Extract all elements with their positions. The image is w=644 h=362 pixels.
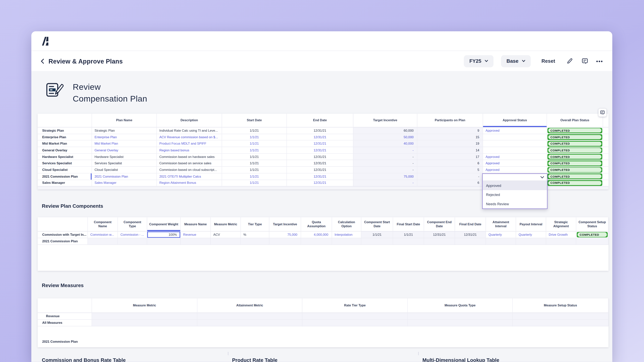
cell[interactable]: COMPLETED — [547, 180, 603, 187]
cell[interactable] — [211, 238, 241, 245]
cell[interactable]: COMPLETED — [547, 127, 603, 134]
cell[interactable] — [546, 238, 576, 245]
cell[interactable]: 4,000,000 — [301, 232, 332, 238]
scroll-gutter[interactable] — [603, 180, 608, 187]
row-label[interactable]: Mid Market Plan — [38, 141, 92, 147]
cell[interactable] — [361, 238, 393, 245]
cell[interactable]: 1/1/21 — [222, 180, 287, 187]
grid-comment-icon[interactable] — [598, 109, 606, 117]
row-label[interactable]: Sales Manager — [38, 180, 92, 187]
cell[interactable]: 1/1/21 — [222, 160, 287, 167]
cell[interactable]: 12/31/21 — [287, 167, 354, 173]
scroll-gutter[interactable] — [603, 141, 608, 147]
cell[interactable]: Strategic Plan — [92, 127, 157, 134]
scroll-gutter[interactable] — [603, 173, 608, 180]
cell[interactable]: 9 — [417, 127, 483, 134]
cell[interactable]: Commission based on hardware sales — [157, 154, 222, 160]
cell[interactable]: Commission w... — [88, 232, 118, 238]
cell[interactable]: COMPLETED — [576, 232, 609, 238]
cell[interactable]: Commission based on service sales — [157, 160, 222, 167]
cell[interactable]: 1/1/21 — [222, 173, 287, 180]
cell[interactable]: Mid Market Plan — [92, 141, 157, 147]
cell[interactable]: General Overlay — [92, 147, 157, 154]
cell[interactable]: Hardware Specialist — [92, 154, 157, 160]
row-label[interactable]: Enterprise Plan — [38, 134, 92, 141]
cell[interactable]: Commission - ... — [118, 232, 147, 238]
scroll-gutter[interactable] — [603, 167, 608, 173]
cell[interactable] — [92, 313, 197, 320]
cell[interactable]: Region Attainment Bonus — [157, 180, 222, 187]
cell[interactable]: - — [417, 173, 483, 180]
cell[interactable]: 12/31/21 — [287, 180, 354, 187]
row-label[interactable]: 2021 Commission Plan — [38, 173, 92, 180]
cell[interactable]: 12/31/21 — [424, 232, 455, 238]
cell[interactable]: Enterprise Plan — [92, 134, 157, 141]
dropdown-option-needs-review[interactable]: Needs Review — [483, 199, 547, 209]
cell[interactable]: Approved — [483, 127, 547, 134]
cell[interactable]: 1/1/21 — [222, 167, 287, 173]
cell[interactable]: Revenue — [181, 232, 211, 238]
cell[interactable]: 1/1/21 — [222, 134, 287, 141]
cell[interactable]: COMPLETED — [547, 134, 603, 141]
cell[interactable]: 50,000 — [354, 134, 417, 141]
cell[interactable] — [483, 141, 547, 147]
cell[interactable]: 6 — [417, 160, 483, 167]
cell[interactable]: 60,000 — [354, 127, 417, 134]
cell[interactable]: Sales Manager — [92, 180, 157, 187]
cell[interactable]: % — [241, 232, 269, 238]
edit-pencil-icon[interactable] — [566, 57, 574, 65]
cell[interactable] — [483, 147, 547, 154]
cell[interactable]: 6 — [417, 180, 483, 187]
cell[interactable]: 12/31/21 — [287, 173, 354, 180]
cell[interactable]: 1/1/21 — [222, 147, 287, 154]
cell[interactable]: 15 — [417, 134, 483, 141]
row-label[interactable]: Commission with Target In... — [38, 232, 88, 238]
cell[interactable]: COMPLETED — [547, 154, 603, 160]
cell[interactable]: 75,000 — [269, 232, 301, 238]
cell[interactable]: 12/31/21 — [287, 147, 354, 154]
cell[interactable]: Approved — [483, 160, 547, 167]
cell[interactable]: 2021 OTE/TI Multiplier Calcs — [157, 173, 222, 180]
cell[interactable]: 14 — [417, 147, 483, 154]
cell[interactable]: 12/31/21 — [455, 232, 486, 238]
cell[interactable]: COMPLETED — [547, 160, 603, 167]
scroll-gutter[interactable] — [603, 127, 608, 134]
scroll-gutter[interactable] — [603, 134, 608, 141]
cell[interactable]: 40,000 — [354, 141, 417, 147]
cell[interactable]: 12/31/21 — [287, 154, 354, 160]
cell[interactable]: Quarterly — [516, 232, 546, 238]
cell[interactable]: 12/31/21 — [287, 127, 354, 134]
cell[interactable] — [147, 238, 181, 245]
cell[interactable] — [408, 320, 512, 327]
cell[interactable] — [332, 238, 362, 245]
cell[interactable] — [513, 320, 609, 327]
cell[interactable]: Approved — [483, 167, 547, 173]
cell[interactable]: 12/31/21 — [287, 141, 354, 147]
cell[interactable] — [483, 134, 547, 141]
cell[interactable]: Product Focus MDLT and SPIFF — [157, 141, 222, 147]
cell[interactable]: Drive Growth — [546, 232, 576, 238]
cell[interactable]: - — [354, 180, 417, 187]
cell[interactable]: COMPLETED — [547, 141, 603, 147]
cell[interactable]: 100% — [147, 232, 181, 238]
cell[interactable] — [198, 320, 302, 327]
scroll-gutter[interactable] — [603, 160, 608, 167]
cell[interactable] — [408, 313, 512, 320]
cell[interactable]: COMPLETED — [547, 167, 603, 173]
row-label[interactable]: Strategic Plan — [38, 127, 92, 134]
dropdown-option-approved[interactable]: Approved — [483, 181, 547, 190]
cell[interactable] — [241, 238, 269, 245]
back-button[interactable] — [40, 58, 44, 64]
cell[interactable]: - — [354, 160, 417, 167]
cell[interactable]: Services Specialist — [92, 160, 157, 167]
cell[interactable]: 19 — [417, 141, 483, 147]
cell[interactable] — [302, 320, 408, 327]
scroll-gutter[interactable] — [603, 147, 608, 154]
cell[interactable] — [576, 238, 609, 245]
cell[interactable] — [513, 313, 609, 320]
comment-icon[interactable] — [581, 57, 588, 65]
cell[interactable] — [424, 238, 455, 245]
cell[interactable]: 1/1/21 — [222, 154, 287, 160]
approval-dropdown-control[interactable] — [483, 174, 547, 181]
cell[interactable]: 75,000 — [354, 173, 417, 180]
